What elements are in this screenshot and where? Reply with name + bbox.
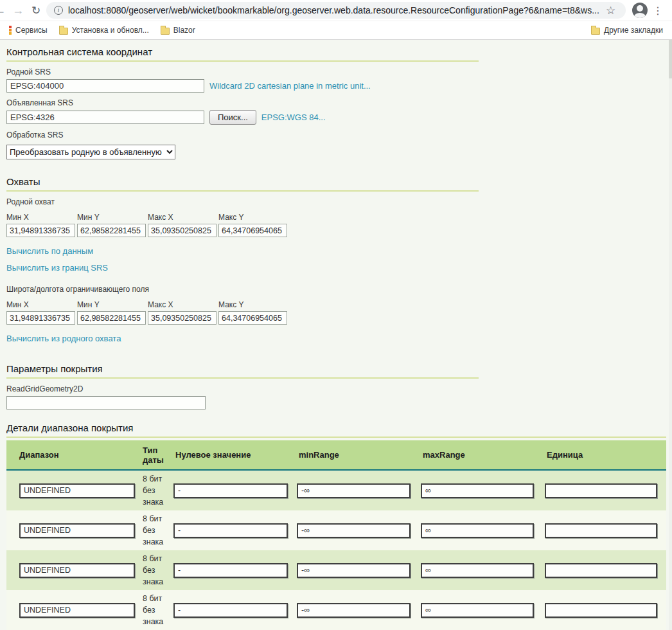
min-y-label: Мин Y <box>77 213 146 222</box>
reload-icon[interactable]: ↻ <box>28 4 44 17</box>
page-scrollbar[interactable] <box>669 40 672 630</box>
latlon-min-x-input[interactable] <box>6 311 75 325</box>
srs-search-button[interactable]: Поиск... <box>209 110 256 125</box>
latlon-bbox-label: Широта/долгота ограничивающего поля <box>6 285 666 294</box>
min-range-input[interactable] <box>297 523 411 538</box>
min-y-label: Мин Y <box>77 300 146 309</box>
unit-input[interactable] <box>545 523 657 538</box>
folder-icon <box>59 28 68 35</box>
col-nullvalue: Нулевое значение <box>173 450 297 460</box>
null-value-input[interactable] <box>173 563 288 578</box>
max-range-input[interactable] <box>421 483 534 498</box>
declared-srs-label: Объявленная SRS <box>6 98 666 107</box>
max-y-label: Макс Y <box>218 300 287 309</box>
band-name-input[interactable] <box>19 523 135 538</box>
col-band: Диапазон <box>6 450 143 460</box>
latlon-bbox-axis-labels: Мин X Мин Y Макс X Макс Y <box>6 300 666 309</box>
min-range-input[interactable] <box>297 603 411 618</box>
band-table-row: 8 бит без знака <box>6 471 666 510</box>
bookmark-label: Установка и обновл... <box>72 26 149 35</box>
compute-from-native-bounds-link[interactable]: Вычислить из родного охвата <box>6 334 121 343</box>
band-datatype-text: 8 бит без знака <box>143 593 172 627</box>
col-datatype: Тип даты <box>143 446 173 465</box>
latlon-min-y-input[interactable] <box>77 311 146 325</box>
native-srs-input[interactable] <box>6 79 204 93</box>
srs-handling-select[interactable]: Преобразовать родную в объявленную <box>6 145 175 159</box>
max-range-input[interactable] <box>421 523 534 538</box>
min-x-label: Мин X <box>6 213 75 222</box>
coverage-band-table: Диапазон Тип даты Нулевое значение minRa… <box>6 440 666 630</box>
max-x-label: Макс X <box>148 213 217 222</box>
latlon-max-x-input[interactable] <box>148 311 217 325</box>
min-x-label: Мин X <box>6 300 75 309</box>
services-icon <box>9 26 12 35</box>
forward-icon[interactable]: → <box>10 4 26 17</box>
null-value-input[interactable] <box>173 603 288 618</box>
band-datatype-text: 8 бит без знака <box>143 553 172 588</box>
band-name-input[interactable] <box>19 483 135 498</box>
col-minrange: minRange <box>297 450 421 460</box>
native-srs-label: Родной SRS <box>6 68 666 76</box>
compute-from-srs-bounds-link[interactable]: Вычислить из границ SRS <box>6 263 108 273</box>
native-srs-description-link[interactable]: Wildcard 2D cartesian plane in metric un… <box>209 81 371 91</box>
extents-section-title: Охваты <box>6 172 479 192</box>
menu-dots-icon[interactable]: ⋮ <box>650 4 666 17</box>
latlon-bbox-inputs <box>6 311 666 325</box>
declared-srs-description-link[interactable]: EPSG:WGS 84... <box>261 113 326 122</box>
max-y-label: Макс Y <box>218 213 287 222</box>
bookmark-blazor-folder[interactable]: Blazor <box>157 24 199 36</box>
band-name-input[interactable] <box>19 603 135 618</box>
latlon-max-y-input[interactable] <box>218 311 287 325</box>
browser-toolbar: ← → ↻ i localhost:8080/geoserver/web/wic… <box>0 0 672 21</box>
band-table-row: 8 бит без знака <box>6 550 666 590</box>
native-min-x-input[interactable] <box>6 224 75 237</box>
min-range-input[interactable] <box>297 483 411 498</box>
band-datatype-text: 8 бит без знака <box>143 513 172 548</box>
range-section-title: Детали диапазона покрытия <box>6 419 666 438</box>
profile-avatar[interactable] <box>632 3 648 18</box>
native-bbox-label: Родной охват <box>6 197 666 206</box>
band-table-row: 8 бит без знака <box>6 590 666 630</box>
null-value-input[interactable] <box>173 523 288 538</box>
max-x-label: Макс X <box>148 300 217 309</box>
max-range-input[interactable] <box>421 603 534 618</box>
bookmark-star-icon[interactable]: ☆ <box>605 4 617 17</box>
min-range-input[interactable] <box>297 563 411 578</box>
readgridgeometry-input[interactable] <box>6 396 206 410</box>
address-bar[interactable]: i localhost:8080/geoserver/web/wicket/bo… <box>46 2 626 19</box>
coverage-params-section-title: Параметры покрытия <box>6 359 479 379</box>
native-bbox-axis-labels: Мин X Мин Y Макс X Макс Y <box>6 213 666 222</box>
col-unit: Единица <box>545 450 666 460</box>
bookmark-label: Другие закладки <box>604 26 663 35</box>
srs-handling-label: Обработка SRS <box>6 130 666 140</box>
band-datatype-text: 8 бит без знака <box>143 473 172 508</box>
bookmarks-bar: Сервисы Установка и обновл... Blazor Дру… <box>0 21 672 40</box>
page-info-icon[interactable]: i <box>54 6 63 15</box>
band-table-header: Диапазон Тип даты Нулевое значение minRa… <box>6 440 666 471</box>
folder-icon <box>591 28 600 35</box>
unit-input[interactable] <box>545 603 657 618</box>
bookmark-other-folder[interactable]: Другие закладки <box>587 24 667 36</box>
back-icon[interactable]: ← <box>0 4 8 17</box>
bookmark-install-folder[interactable]: Установка и обновл... <box>55 24 153 36</box>
unit-input[interactable] <box>545 563 657 578</box>
col-maxrange: maxRange <box>421 450 545 460</box>
srs-section-title: Контрольная система координат <box>6 42 479 62</box>
null-value-input[interactable] <box>173 483 288 498</box>
native-max-y-input[interactable] <box>218 224 287 237</box>
compute-from-data-link[interactable]: Вычислить по данным <box>6 246 93 256</box>
bookmark-services[interactable]: Сервисы <box>5 24 51 36</box>
band-name-input[interactable] <box>19 563 135 578</box>
native-min-y-input[interactable] <box>77 224 146 237</box>
resource-configuration-page: Контрольная система координат Родной SRS… <box>0 40 672 630</box>
bookmark-label: Blazor <box>173 26 195 35</box>
band-table-row: 8 бит без знака <box>6 510 666 550</box>
max-range-input[interactable] <box>421 563 534 578</box>
declared-srs-input[interactable] <box>6 111 204 124</box>
folder-icon <box>161 28 170 35</box>
readgridgeometry-label: ReadGridGeometry2D <box>6 384 666 393</box>
native-max-x-input[interactable] <box>148 224 217 237</box>
bookmark-label: Сервисы <box>15 26 48 35</box>
url-text[interactable]: localhost:8080/geoserver/web/wicket/book… <box>68 5 599 15</box>
unit-input[interactable] <box>545 483 657 498</box>
